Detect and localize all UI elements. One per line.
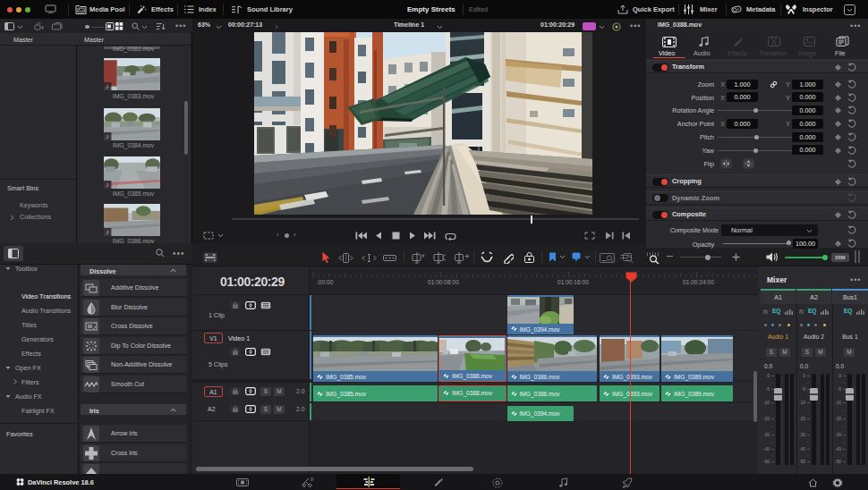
svg-text:-50: -50 [835,460,841,464]
svg-text:-20: -20 [763,417,770,421]
svg-text:-10: -10 [799,401,805,405]
svg-text:-30: -30 [835,433,841,437]
svg-text:-10: -10 [835,401,841,405]
svg-text:0: 0 [803,374,805,378]
svg-text:-50: -50 [799,460,805,464]
svg-text::00:00: :00:00 [317,279,334,285]
svg-text:-40: -40 [763,447,770,452]
svg-text:♪: ♪ [106,181,109,189]
svg-text:0: 0 [767,374,770,378]
svg-text:01:00:08:00: 01:00:08:00 [428,279,459,285]
svg-text:-20: -20 [835,417,841,421]
svg-text:-5: -5 [838,387,842,392]
svg-text:-5: -5 [766,387,770,392]
svg-text:♪: ♪ [106,228,109,236]
svg-text:01:00:24:00: 01:00:24:00 [683,279,714,285]
svg-text:-5: -5 [802,387,806,392]
svg-text:-10: -10 [763,401,770,405]
svg-text:-50: -50 [763,460,770,464]
svg-text:♪: ♪ [106,132,109,140]
svg-text:-40: -40 [799,447,805,452]
svg-text:-40: -40 [835,447,841,452]
svg-text:0: 0 [838,374,841,378]
svg-text:-30: -30 [763,433,770,437]
svg-text:-30: -30 [799,433,805,437]
svg-text:♪: ♪ [106,82,109,90]
svg-text:-20: -20 [799,417,805,421]
svg-text:01:00:16:00: 01:00:16:00 [557,279,589,285]
